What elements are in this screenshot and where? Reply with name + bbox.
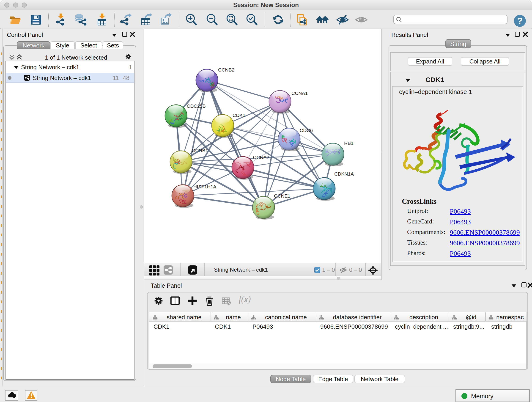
svg-text:HIST1H1A: HIST1H1A (193, 184, 216, 189)
svg-text:CCNA2: CCNA2 (253, 155, 269, 160)
svg-text:?: ? (517, 16, 522, 26)
svg-text:CCNA1: CCNA1 (291, 90, 308, 96)
svg-text:CDKN1A: CDKN1A (334, 171, 354, 177)
svg-text:RB1: RB1 (344, 140, 354, 146)
svg-text:CDC6: CDC6 (300, 128, 313, 133)
svg-text:CDK1: CDK1 (233, 113, 245, 118)
svg-text:CCNB2: CCNB2 (218, 67, 234, 72)
svg-text:CCNE1: CCNE1 (274, 193, 290, 198)
svg-text:CCNB1: CCNB1 (192, 148, 208, 153)
svg-text:CDC25B: CDC25B (187, 103, 206, 109)
